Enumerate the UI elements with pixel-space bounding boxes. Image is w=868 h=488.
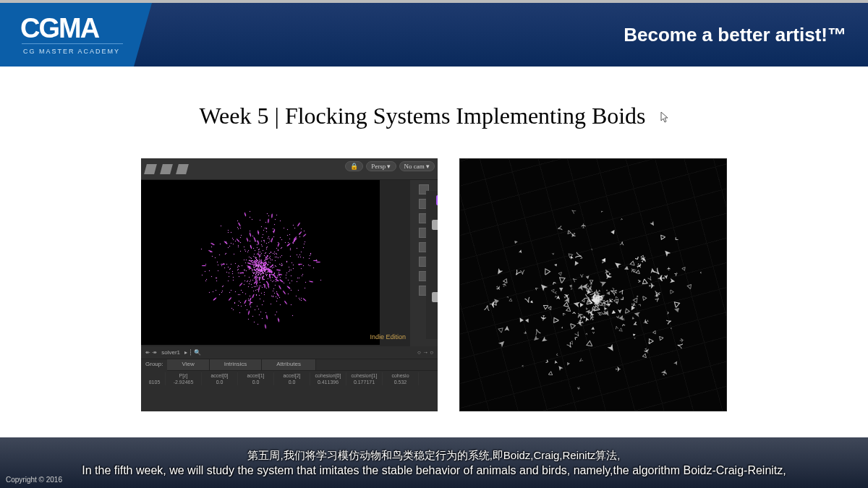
svg-text:CGMA: CGMA: [20, 13, 100, 43]
persp-pill: Persp ▾: [366, 161, 396, 171]
tab-view: View: [167, 359, 209, 370]
tagline-text: Become a better artist!™: [624, 24, 846, 46]
cell: 0.0: [238, 379, 274, 385]
col-header: cohesio: [383, 372, 419, 379]
node-grey: [432, 292, 438, 302]
houdini-screenshot: 🔒 Persp ▾ No cam ▾ Add Ec: [141, 158, 438, 411]
node-grey: [432, 220, 438, 230]
col-header: cohesion[0]: [310, 372, 346, 379]
cell: 0.177171: [346, 379, 383, 385]
col-header: accel[2]: [274, 372, 310, 379]
tool-icon: [160, 164, 173, 174]
col-header: accel[1]: [238, 372, 274, 379]
houdini-viewport: [141, 180, 380, 345]
camera-pill: No cam ▾: [399, 161, 435, 171]
subtitle-overlay: 第五周,我们将学习模仿动物和鸟类稳定行为的系统,即Boidz,Craig,Rei…: [0, 437, 868, 488]
col-header: accel[0]: [202, 372, 238, 379]
images-row: 🔒 Persp ▾ No cam ▾ Add Ec: [0, 158, 868, 411]
group-label: Group:: [141, 359, 167, 371]
houdini-toolbar: 🔒 Persp ▾ No cam ▾ Add Ec: [141, 158, 438, 180]
tab-attributes: Attributes: [262, 359, 316, 370]
flock-render: ▸✈✈➤✈≻➤▸ᐅ⌃˅✈▸⌃▸⌃⌃➤ᐊ⌃ᐅ✈➤ᐊ▸✈ᐊᐊ⌃▸ᐅ⌃ᐊ▸➤▸⌃ᐊ≻˅…: [459, 158, 727, 411]
col-header: cohesion[1]: [346, 372, 383, 379]
tool-icon: [176, 164, 189, 174]
cursor-icon: [660, 111, 669, 126]
cell: 0.532: [383, 379, 419, 385]
houdini-spreadsheet: ↞ ↠ solver1 ▸ ┆ 🔍 ○ → ○ Group: View Intr…: [141, 346, 438, 411]
table-header-row: P[z] accel[0] accel[1] accel[2] cohesion…: [144, 372, 435, 379]
slide-title: Week 5 | Flocking Systems Implementing B…: [0, 103, 868, 129]
cgma-logo: CGMA CG MASTER ACADEMY: [0, 3, 166, 67]
node-path: solver1: [161, 349, 180, 356]
slide-body: Week 5 | Flocking Systems Implementing B…: [0, 67, 868, 411]
lock-pill: 🔒: [345, 161, 363, 171]
cell: 0.0: [274, 379, 310, 385]
houdini-node-graph: [426, 191, 438, 339]
slide-title-text: Week 5 | Flocking Systems Implementing B…: [199, 103, 645, 129]
copyright-text: Copyright © 2016: [6, 476, 62, 484]
subtitle-chinese: 第五周,我们将学习模仿动物和鸟类稳定行为的系统,即Boidz,Craig,Rei…: [247, 449, 620, 463]
cell: 0.411396: [310, 379, 346, 385]
subtitle-english: In the fifth week, we will study the sys…: [82, 464, 786, 477]
header-bar: CGMA CG MASTER ACADEMY Become a better a…: [0, 3, 868, 67]
col-header: P[z]: [166, 372, 202, 379]
svg-text:CG MASTER ACADEMY: CG MASTER ACADEMY: [23, 48, 120, 55]
tool-icon: [144, 164, 157, 174]
cell: -2.92465: [166, 379, 202, 385]
svg-rect-2: [22, 43, 123, 44]
table-row: 8105 -2.92465 0.0 0.0 0.0 0.411396 0.177…: [144, 379, 435, 385]
indie-label: Indie Edition: [370, 333, 406, 341]
logo-block: CGMA CG MASTER ACADEMY: [0, 3, 166, 67]
node-purple: [436, 195, 438, 205]
tab-intrinsics: Intrinsics: [210, 359, 263, 370]
row-id: 8105: [144, 379, 166, 385]
cell: 0.0: [202, 379, 238, 385]
